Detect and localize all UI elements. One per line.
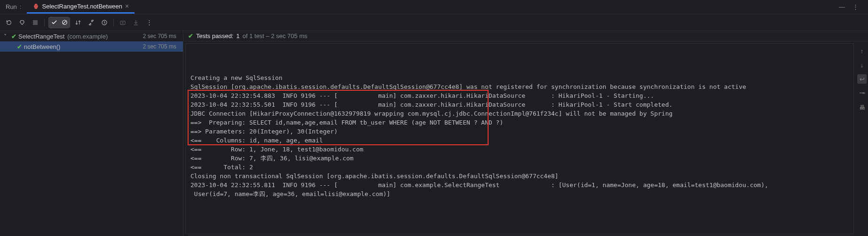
scroll-end-icon[interactable]: ⭲: [857, 88, 867, 98]
class-duration: 2 sec 705 ms: [143, 33, 179, 39]
pass-icon: ✔: [11, 33, 16, 40]
close-icon[interactable]: ×: [125, 2, 129, 10]
chevron-down-icon[interactable]: ˅: [4, 33, 9, 40]
test-tab-label: SelectRangeTest.notBetween: [42, 3, 122, 10]
svg-point-5: [122, 22, 124, 24]
summary-rest: of 1 test – 2 sec 705 ms: [243, 32, 308, 39]
summary-prefix: Tests passed:: [196, 32, 234, 39]
test-tab[interactable]: SelectRangeTest.notBetween ×: [27, 0, 134, 14]
tree-method-row[interactable]: ✔ notBetween() 2 sec 705 ms: [0, 41, 183, 52]
export-icon[interactable]: [131, 17, 141, 28]
class-name: SelectRangeTest: [18, 33, 64, 40]
console-line: <== Columns: id, name, age, email: [190, 136, 849, 145]
expand-icon[interactable]: [86, 17, 96, 28]
window-tabs: Run : SelectRangeTest.notBetween × — ⋮: [0, 0, 868, 14]
svg-rect-0: [33, 20, 38, 25]
method-duration: 2 sec 705 ms: [143, 43, 179, 50]
console-line: <== Row: 7, 李四, 36, lisi@example.com: [190, 154, 849, 163]
more-icon[interactable]: ⋮: [852, 3, 859, 10]
collapse-icon[interactable]: —: [839, 3, 845, 10]
method-name: notBetween(): [24, 43, 60, 50]
import-icon[interactable]: [118, 17, 128, 28]
run-tab-label: Run: [6, 3, 17, 10]
console-line: <== Row: 1, Jone, 18, test1@baomidou.com: [190, 145, 849, 154]
print-icon[interactable]: 🖶: [857, 102, 867, 112]
console-panel: ✔ Tests passed: 1 of 1 test – 2 sec 705 …: [183, 31, 868, 236]
pass-icon: ✔: [17, 43, 22, 50]
tab-actions: — ⋮: [839, 3, 863, 10]
rerun-icon[interactable]: [4, 17, 14, 28]
console-side-toolbar: ↑ ↓ ↩ ⭲ 🖶: [856, 41, 868, 236]
console-line: JDBC Connection [HikariProxyConnection@1…: [190, 109, 849, 118]
console-line: SqlSession [org.apache.ibatis.session.de…: [190, 82, 849, 91]
console-line: 2023-10-04 22:32:54.883 INFO 9196 --- [ …: [190, 91, 849, 100]
console-line: ==> Preparing: SELECT id,name,age,email …: [190, 118, 849, 127]
test-summary: ✔ Tests passed: 1 of 1 test – 2 sec 705 …: [183, 31, 868, 41]
up-icon[interactable]: ↑: [857, 46, 867, 55]
console-line: 2023-10-04 22:32:55.811 INFO 9196 --- [ …: [190, 181, 849, 189]
console-line: Creating a new SqlSession: [190, 73, 849, 82]
show-ignored-icon[interactable]: [59, 17, 70, 28]
test-icon: [32, 3, 39, 9]
console-line: User(id=7, name=李四, age=36, email=lisi@e…: [190, 189, 849, 198]
console-output[interactable]: Creating a new SqlSessionSqlSession [org…: [185, 43, 854, 234]
console-line: Closing non transactional SqlSession [or…: [190, 172, 849, 181]
stop-icon[interactable]: [30, 17, 40, 28]
main-area: ˅ ✔ SelectRangeTest (com.example) 2 sec …: [0, 31, 868, 236]
test-tree: ˅ ✔ SelectRangeTest (com.example) 2 sec …: [0, 31, 183, 236]
console-line: 2023-10-04 22:32:55.501 INFO 9196 --- [ …: [190, 100, 849, 109]
tab-options-icon[interactable]: :: [20, 3, 22, 10]
show-passed-icon[interactable]: [49, 17, 59, 28]
run-tab[interactable]: Run :: [0, 0, 27, 14]
run-toolbar: ⋮: [0, 14, 868, 31]
rerun-failed-icon[interactable]: [17, 17, 27, 28]
svg-line-2: [63, 21, 66, 24]
toolbar-more-icon[interactable]: ⋮: [144, 17, 154, 28]
class-package: (com.example): [67, 33, 108, 40]
console-line: <== Total: 2: [190, 163, 849, 172]
sort-icon[interactable]: [73, 17, 83, 28]
history-icon[interactable]: [99, 17, 110, 28]
soft-wrap-icon[interactable]: ↩: [857, 74, 867, 84]
down-icon[interactable]: ↓: [857, 60, 867, 70]
tree-class-row[interactable]: ˅ ✔ SelectRangeTest (com.example) 2 sec …: [0, 31, 183, 41]
console-line: ==> Parameters: 20(Integer), 30(Integer): [190, 127, 849, 136]
summary-count: 1: [237, 32, 240, 39]
pass-icon: ✔: [188, 32, 193, 39]
